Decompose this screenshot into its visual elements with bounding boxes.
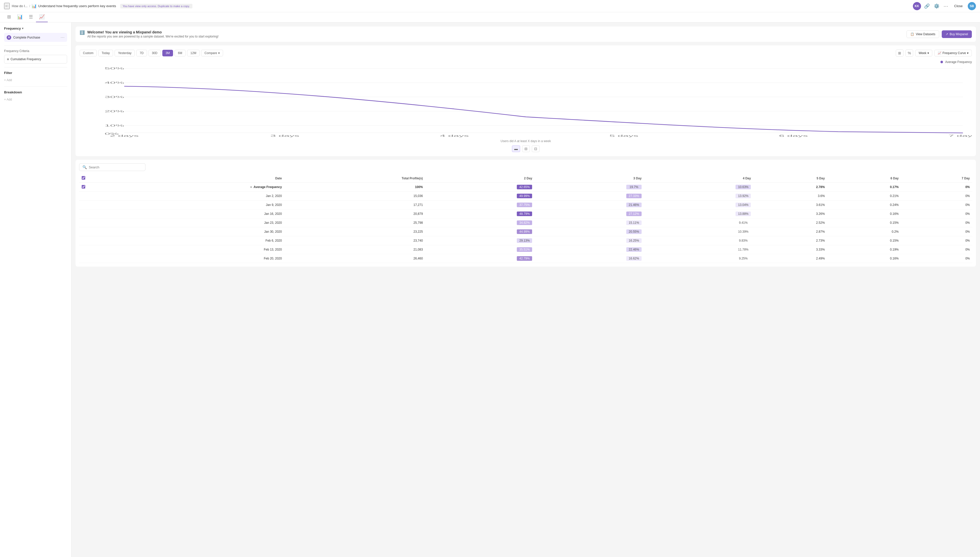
row-d5: 2.52% (754, 218, 827, 227)
grid-view-button[interactable]: ⊞ (896, 49, 903, 57)
row-d5: 3.26% (754, 210, 827, 218)
nav-tab-grid[interactable]: ⊞ (4, 12, 14, 22)
row-d5: 2.73% (754, 236, 827, 245)
back-button[interactable]: ← (4, 3, 10, 9)
compare-button[interactable]: Compare ▾ (201, 50, 223, 56)
header-4day: 4 Day (644, 174, 754, 183)
row-checkbox-cell[interactable] (79, 192, 88, 200)
time-btn-6m[interactable]: 6M (174, 50, 186, 56)
breadcrumb: How do I... / 📊 Understand how frequentl… (12, 3, 116, 8)
x-label-3days: 3 days (270, 134, 299, 137)
table-card: 🔍 Date Total Profile(s) 2 Day 3 Day 4 Da… (75, 160, 976, 267)
more-icon[interactable]: ⋯ (943, 2, 949, 10)
row-d3: 22.46% (535, 245, 644, 254)
row-d3-bar: 27.33% (626, 194, 641, 198)
row-d4: 9.25% (644, 254, 754, 263)
row-checkbox-cell[interactable] (79, 254, 88, 263)
row-checkbox-cell[interactable] (79, 227, 88, 236)
main-layout: Frequency ▾ A Complete Purchase ⋯ Freque… (0, 23, 980, 557)
link-icon[interactable]: 🔗 (923, 2, 931, 10)
row-d7: 0% (901, 245, 972, 254)
topbar-right: KK 🔗 ⚙️ ⋯ Close SB (913, 2, 976, 10)
topbar: ← How do I... / 📊 Understand how frequen… (0, 0, 980, 12)
time-btn-custom[interactable]: Custom (80, 50, 97, 56)
nav-tab-frequency[interactable]: 📈 (36, 12, 48, 22)
row-d2-bar: 48.79% (517, 212, 532, 216)
table-row: Feb 20, 2020 26,460 42.79% 16.62% 9.25% … (79, 254, 972, 263)
row-d2: 35.51% (425, 245, 535, 254)
row-d3: 20.55% (535, 227, 644, 236)
header-total: Total Profile(s) (284, 174, 425, 183)
avg-label-cell: ▾ Average Frequency (88, 183, 284, 192)
view-datasets-button[interactable]: 📋 View Datasets (907, 30, 939, 38)
percent-button[interactable]: % (905, 49, 913, 57)
view-half-button[interactable]: ⊟ (522, 145, 530, 152)
row-checkbox-cell[interactable] (79, 200, 88, 210)
row-d3-bar: 22.46% (626, 247, 641, 252)
settings-icon[interactable]: ⚙️ (933, 2, 941, 10)
add-breakdown-button[interactable]: + Add (4, 97, 67, 102)
nav-tab-bar[interactable]: 📊 (14, 12, 26, 22)
freq-curve-button[interactable]: 📈 Frequency Curve ▾ (934, 50, 972, 56)
close-button[interactable]: Close (951, 3, 966, 9)
search-box[interactable]: 🔍 (79, 163, 145, 171)
row-d7: 0% (901, 227, 972, 236)
avg-d3-bar: 19.7% (626, 185, 641, 189)
row-checkbox-cell[interactable] (79, 218, 88, 227)
time-btn-12m[interactable]: 12M (187, 50, 200, 56)
breakdown-label: Breakdown (4, 90, 67, 94)
search-input[interactable] (89, 165, 142, 169)
time-btn-7d[interactable]: 7D (136, 50, 147, 56)
row-d4: 10.39% (644, 227, 754, 236)
expand-avg-button[interactable]: ▾ (251, 186, 252, 189)
lines-icon: ≡ (7, 57, 9, 61)
row-d3-bar: 20.55% (626, 230, 641, 234)
row-checkbox-cell[interactable] (79, 245, 88, 254)
view-only-badge: You have view only access. Duplicate to … (120, 4, 192, 8)
view-compact-button[interactable]: ⊡ (532, 145, 539, 152)
avg-checkbox-cell[interactable] (79, 183, 88, 192)
view-full-button[interactable]: ▬ (512, 145, 520, 152)
row-d4: 9.41% (644, 218, 754, 227)
time-btn-today[interactable]: Today (98, 50, 113, 56)
buy-mixpanel-button[interactable]: ↗ Buy Mixpanel (942, 30, 972, 38)
x-label-7days: 7 days (948, 134, 972, 137)
nav-tab-list[interactable]: ☰ (26, 12, 36, 22)
row-d4-bar: 13.88% (736, 212, 751, 216)
avg-d4: 10.63% (644, 183, 754, 192)
time-btn-3m[interactable]: 3M (162, 50, 173, 56)
time-btn-yesterday[interactable]: Yesterday (115, 50, 135, 56)
select-all-checkbox[interactable] (82, 176, 85, 180)
row-d7: 0% (901, 200, 972, 210)
row-checkbox-cell[interactable] (79, 236, 88, 245)
row-d3: 27.12% (535, 210, 644, 218)
event-label: Complete Purchase (13, 36, 59, 39)
row-d4: 13.04% (644, 200, 754, 210)
header-6day: 6 Day (827, 174, 901, 183)
cumulative-frequency-item[interactable]: ≡ Cumulative Frequency (4, 55, 67, 64)
row-d2-bar: 35.51% (517, 247, 532, 252)
avatar-sb[interactable]: SB (968, 2, 976, 10)
avatar-kk[interactable]: KK (913, 2, 921, 10)
event-dot: A (7, 35, 11, 40)
avg-checkbox[interactable] (82, 185, 85, 189)
y-label-40: 40% (105, 81, 124, 84)
row-d7: 0% (901, 236, 972, 245)
week-selector[interactable]: Week ▾ (915, 50, 932, 56)
info-icon: ℹ️ (80, 30, 85, 35)
header-2day: 2 Day (425, 174, 535, 183)
average-frequency-row: ▾ Average Frequency 100% 42.65% 19.7% 10… (79, 183, 972, 192)
avg-d7: 0% (901, 183, 972, 192)
time-btn-30d[interactable]: 30D (148, 50, 161, 56)
banner-subtitle: All the reports you see are powered by a… (87, 35, 218, 38)
add-filter-button[interactable]: + Add (4, 77, 67, 83)
row-date: Feb 20, 2020 (88, 254, 284, 263)
event-more-icon[interactable]: ⋯ (60, 35, 65, 40)
event-complete-purchase[interactable]: A Complete Purchase ⋯ (4, 33, 67, 42)
table-row: Jan 23, 2020 25,798 34.82% 15.11% 9.41% … (79, 218, 972, 227)
chart-footer: Users did A at least X days in a week (80, 139, 972, 143)
row-checkbox-cell[interactable] (79, 210, 88, 218)
avg-d6: 0.17% (827, 183, 901, 192)
row-date: Jan 30, 2020 (88, 227, 284, 236)
divider-3 (4, 86, 67, 87)
